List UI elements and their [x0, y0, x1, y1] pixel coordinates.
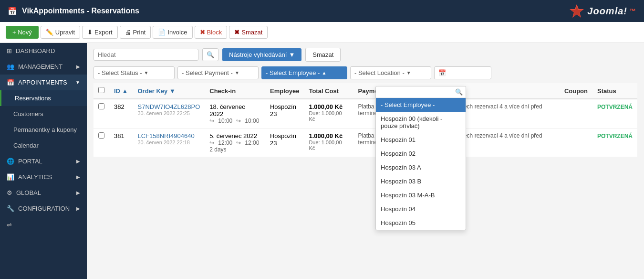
search-bar: 🔍 Nástroje vyhledávání ▼ Smazat	[87, 43, 644, 66]
delete-icon: ✖	[234, 29, 239, 36]
sidebar-item-label: Reservations	[15, 95, 51, 102]
dropdown-item[interactable]: Hospozín 02	[376, 147, 466, 161]
row-coupon	[560, 129, 592, 157]
delete-button[interactable]: ✖ Smazat	[229, 26, 268, 39]
invoice-icon: 📄	[158, 29, 166, 36]
payment-filter-label: - Select Payment -	[182, 69, 233, 76]
dropdown-item[interactable]: Hospozín 01	[376, 133, 466, 147]
order-key-link[interactable]: S7NDW7IO4ZL628PO	[137, 103, 200, 110]
joomla-trademark: ™	[629, 7, 636, 15]
col-employee: Employee	[265, 83, 304, 99]
sidebar-item-calendar[interactable]: Calendar	[0, 138, 87, 153]
clear-search-button[interactable]: Smazat	[305, 48, 341, 62]
block-button[interactable]: ✖ Block	[195, 26, 228, 39]
search-tools-label: Nástroje vyhledávání	[229, 51, 287, 58]
chevron-right-icon: ▶	[76, 174, 80, 180]
search-input-wrap	[93, 49, 198, 61]
joomla-icon	[568, 2, 585, 20]
portal-icon: 🌐	[7, 158, 14, 165]
employee-dropdown: 🔍 - Select Employee - Hospozín 00 (kdeko…	[375, 86, 466, 230]
sidebar-item-portal[interactable]: 🌐 PORTAL ▶	[0, 153, 87, 169]
row-checkin: 18. červenec 2022 ↪ 10:00 ↪ 10:00	[205, 99, 265, 129]
invoice-button[interactable]: 📄 Invoice	[153, 26, 192, 39]
sidebar-item-appointments[interactable]: 📅 APPOINTMENTS ▼	[0, 75, 87, 90]
sidebar-item-label: DASHBOARD	[16, 47, 55, 54]
select-all-checkbox[interactable]	[98, 87, 104, 93]
checkout-arrow-icon: ↪	[236, 118, 241, 124]
row-total-cost: 1.000,00 Kč Due: 1.000,00 Kč	[304, 99, 353, 129]
payment-filter[interactable]: - Select Payment - ▼	[177, 66, 259, 79]
new-button[interactable]: + Nový	[6, 26, 39, 39]
row-checkin: 5. červenec 2022 ↪ 12:00 ↪ 12:00 2 days	[205, 129, 265, 157]
dropdown-search-wrap: 🔍	[376, 86, 466, 98]
col-checkin: Check-in	[205, 83, 265, 99]
joomla-logo: Joomla! ™	[568, 2, 636, 20]
checkout-arrow-icon: ↪	[236, 140, 241, 146]
print-button[interactable]: 🖨 Print	[120, 26, 151, 39]
edit-button[interactable]: ✏️ Upravit	[41, 26, 80, 39]
sidebar-item-label: APPOINTMENTS	[18, 79, 67, 86]
management-icon: 👥	[7, 63, 14, 70]
sidebar-item-label: CONFIGURATION	[18, 205, 70, 212]
top-bar: 📅 VikAppointments - Reservations Joomla!…	[0, 0, 644, 22]
employee-filter[interactable]: - Select Employee - ▲	[261, 66, 347, 79]
table-row: 382 S7NDW7IO4ZL628PO 30. červen 2022 22:…	[93, 99, 637, 129]
dropdown-item[interactable]: Hospozín 03 B	[376, 174, 466, 188]
app-title: VikAppointments - Reservations	[22, 7, 139, 15]
col-status: Status	[592, 83, 637, 99]
swap-icon[interactable]: ⇌	[7, 221, 12, 228]
sidebar-item-reservations[interactable]: Reservations	[0, 90, 87, 106]
status-filter[interactable]: - Select Status - ▼	[93, 66, 175, 79]
chevron-right-icon: ▶	[76, 64, 80, 69]
dropdown-item[interactable]: Hospozín 03 A	[376, 161, 466, 174]
block-icon: ✖	[200, 29, 205, 36]
sidebar-item-management[interactable]: 👥 MANAGEMENT ▶	[0, 59, 87, 75]
export-button[interactable]: ⬇ Export	[82, 26, 118, 39]
sidebar-item-label: ANALYTICS	[18, 173, 52, 181]
dropdown-item[interactable]: Hospozín 03 M-A-B	[376, 188, 466, 202]
row-checkbox[interactable]	[98, 103, 104, 109]
search-go-button[interactable]: 🔍	[202, 48, 218, 61]
toolbar: + Nový ✏️ Upravit ⬇ Export 🖨 Print 📄 Inv…	[0, 22, 644, 43]
sidebar-item-coupons[interactable]: Permanentky a kupony	[0, 122, 87, 138]
checkin-arrow-icon: ↪	[209, 118, 214, 124]
sidebar-bottom: ⇌	[0, 216, 87, 233]
status-filter-label: - Select Status -	[98, 69, 142, 76]
print-icon: 🖨	[125, 29, 131, 36]
export-icon: ⬇	[87, 29, 93, 36]
reservations-table-wrap: ID ▲ Order Key ▼ Check-in Employee Custo…	[87, 83, 644, 157]
sidebar-item-global[interactable]: ⚙ GLOBAL ▶	[0, 185, 87, 201]
chevron-down-icon: ▼	[406, 70, 411, 75]
row-checkbox[interactable]	[98, 132, 104, 139]
row-id: 382	[109, 99, 133, 129]
reservations-table: ID ▲ Order Key ▼ Check-in Employee Custo…	[93, 83, 637, 157]
search-input[interactable]	[98, 51, 184, 58]
app-title-area: 📅 VikAppointments - Reservations	[8, 7, 139, 16]
order-key-link[interactable]: LCF158NRI4904640	[137, 132, 194, 140]
analytics-icon: 📊	[7, 173, 14, 181]
chevron-right-icon: ▶	[76, 190, 80, 195]
main-layout: ⊞ DASHBOARD 👥 MANAGEMENT ▶ 📅 APPOINTMENT…	[0, 43, 644, 279]
sidebar-item-label: GLOBAL	[16, 189, 41, 196]
sidebar-item-dashboard[interactable]: ⊞ DASHBOARD	[0, 43, 87, 59]
edit-icon: ✏️	[46, 29, 53, 36]
col-id[interactable]: ID ▲	[109, 83, 133, 99]
sidebar-item-configuration[interactable]: 🔧 CONFIGURATION ▶	[0, 201, 87, 216]
sidebar-item-customers[interactable]: Customers	[0, 106, 87, 122]
row-order-key: LCF158NRI4904640 30. červen 2022 22:18	[133, 129, 205, 157]
dropdown-item[interactable]: Hospozín 04	[376, 202, 466, 216]
checkin-arrow-icon: ↪	[209, 140, 214, 146]
dropdown-item[interactable]: Hospozín 00 (kdekoli - pouze přívlač)	[376, 112, 466, 133]
filters-row: - Select Status - ▼ - Select Payment - ▼…	[87, 66, 644, 83]
dropdown-item[interactable]: Hospozín 05	[376, 216, 466, 230]
dropdown-search-input[interactable]	[379, 88, 455, 96]
search-tools-button[interactable]: Nástroje vyhledávání ▼	[222, 48, 301, 61]
sidebar-item-analytics[interactable]: 📊 ANALYTICS ▶	[0, 169, 87, 185]
date-filter[interactable]: 📅	[434, 66, 491, 79]
location-filter[interactable]: - Select Location - ▼	[350, 66, 431, 79]
dropdown-item[interactable]: - Select Employee -	[376, 98, 466, 112]
row-total-cost: 1.000,00 Kč Due: 1.000,00 Kč	[304, 129, 353, 157]
joomla-text: Joomla!	[587, 6, 627, 17]
col-coupon: Coupon	[560, 83, 592, 99]
col-order-key[interactable]: Order Key ▼	[133, 83, 205, 99]
